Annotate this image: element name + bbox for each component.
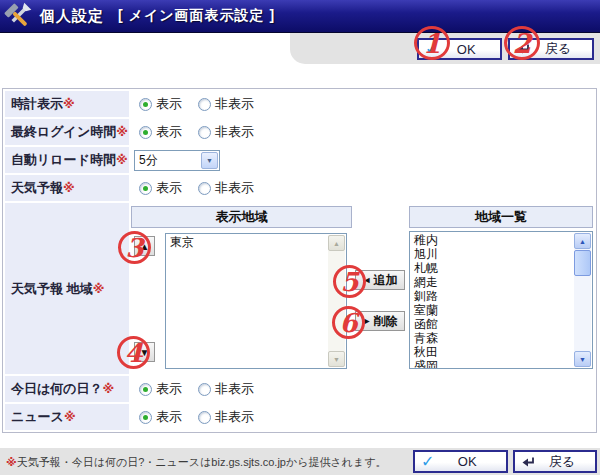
displayed-regions-header: 表示地域 [131, 206, 352, 228]
list-item[interactable]: 室蘭 [410, 303, 574, 317]
table-row-weather: 天気予報※ 表示 非表示 [5, 175, 594, 201]
news-hide-radio[interactable] [198, 411, 211, 424]
scroll-up-icon[interactable]: ▲ [574, 233, 591, 249]
annotation-circle-5: 5 [333, 265, 366, 298]
ok-button-bottom[interactable]: ✓ OK [413, 450, 508, 473]
radio-label-show: 表示 [156, 179, 182, 197]
weather-hide-radio[interactable] [198, 182, 211, 195]
list-item[interactable]: 旭川 [410, 247, 574, 261]
provider-note: ※天気予報・今日は何の日?・ニュースはbiz.gs.sjts.co.jpから提供… [6, 455, 387, 470]
settings-table: 時計表示※ 表示 非表示 最終ログイン時間※ 表示 非表示 自動リロード時間※ … [2, 88, 597, 433]
scrollbar-thumb[interactable] [574, 250, 591, 276]
required-mark: ※ [116, 153, 128, 167]
list-item[interactable]: 函館 [410, 317, 574, 331]
back-button-label: 戻る [535, 453, 589, 471]
annotation-circle-1: 1 [414, 26, 450, 60]
remove-button-label: 削除 [373, 313, 397, 330]
title-bar: 個人設定 [ メイン画面表示設定 ] [0, 0, 600, 33]
radio-label-hide: 非表示 [215, 179, 254, 197]
check-icon: ✓ [421, 454, 434, 470]
required-mark: ※ [116, 125, 128, 139]
radio-label-hide: 非表示 [215, 408, 254, 426]
list-item[interactable]: 東京 [166, 235, 328, 249]
row-label-today: 今日は何の日？※ [5, 376, 129, 402]
row-label-auto-reload: 自動リロード時間※ [5, 147, 129, 173]
table-row-news: ニュース※ 表示 非表示 [5, 404, 594, 430]
table-row-clock: 時計表示※ 表示 非表示 [5, 91, 594, 117]
list-item[interactable]: 稚内 [410, 233, 574, 247]
list-item[interactable]: 釧路 [410, 289, 574, 303]
last-login-hide-radio[interactable] [198, 126, 211, 139]
left-list-scrollbar[interactable]: ▲ ▼ [328, 235, 345, 367]
required-mark: ※ [63, 181, 75, 195]
annotation-circle-6: 6 [332, 306, 365, 339]
note-asterisk: ※ [6, 456, 17, 468]
today-hide-radio[interactable] [198, 383, 211, 396]
row-label-weather-region: 天気予報 地域※ [5, 203, 129, 374]
scroll-up-icon[interactable]: ▲ [328, 235, 345, 251]
clock-show-radio[interactable] [139, 98, 152, 111]
last-login-show-radio[interactable] [139, 126, 152, 139]
annotation-circle-3: 3 [118, 231, 151, 264]
radio-label-show: 表示 [156, 408, 182, 426]
required-mark: ※ [64, 410, 76, 424]
ok-button-label: OK [434, 454, 500, 469]
row-label-weather: 天気予報※ [5, 175, 129, 201]
table-row-last-login: 最終ログイン時間※ 表示 非表示 [5, 119, 594, 145]
required-mark: ※ [63, 97, 75, 111]
region-list-header: 地域一覧 [409, 206, 593, 228]
list-item[interactable]: 網走 [410, 275, 574, 289]
list-item[interactable]: 青森 [410, 331, 574, 345]
clock-hide-radio[interactable] [198, 98, 211, 111]
radio-label-hide: 非表示 [215, 95, 254, 113]
radio-label-show: 表示 [156, 380, 182, 398]
required-mark: ※ [93, 282, 105, 296]
all-regions-listbox[interactable]: 稚内 旭川 札幌 網走 釧路 室蘭 函館 青森 秋田 盛岡 ▲ ▼ [409, 231, 593, 369]
reload-interval-value: 5分 [135, 152, 201, 169]
scroll-down-icon[interactable]: ▼ [328, 351, 345, 367]
add-button-label: 追加 [373, 272, 397, 289]
return-arrow-icon [521, 456, 535, 468]
tools-icon [3, 2, 32, 31]
annotation-circle-4: 4 [117, 336, 150, 369]
weather-show-radio[interactable] [139, 182, 152, 195]
chevron-down-icon: ▼ [201, 152, 218, 169]
page-subtitle: [ メイン画面表示設定 ] [118, 7, 275, 25]
personal-settings-page: 個人設定 [ メイン画面表示設定 ] ✓ OK 戻る 時計表示※ 表示 非表示 … [0, 0, 600, 475]
news-show-radio[interactable] [139, 411, 152, 424]
list-item[interactable]: 盛岡 [410, 359, 574, 368]
annotation-circle-2: 2 [504, 26, 540, 60]
list-item[interactable]: 秋田 [410, 345, 574, 359]
radio-label-hide: 非表示 [215, 123, 254, 141]
page-title: 個人設定 [40, 7, 104, 26]
footer-bar: ※天気予報・今日は何の日?・ニュースはbiz.gs.sjts.co.jpから提供… [0, 448, 600, 475]
table-row-today: 今日は何の日？※ 表示 非表示 [5, 376, 594, 402]
radio-label-hide: 非表示 [215, 380, 254, 398]
radio-label-show: 表示 [156, 95, 182, 113]
table-row-weather-region: 天気予報 地域※ 表示地域 地域一覧 ▲ ▼ 東京 ▲ ▼ ◄ [5, 203, 594, 374]
right-list-scrollbar[interactable]: ▲ ▼ [574, 233, 591, 367]
radio-label-show: 表示 [156, 123, 182, 141]
back-button-bottom[interactable]: 戻る [513, 450, 597, 473]
today-show-radio[interactable] [139, 383, 152, 396]
reload-interval-select[interactable]: 5分 ▼ [134, 150, 220, 171]
required-mark: ※ [103, 382, 115, 396]
displayed-regions-listbox[interactable]: 東京 ▲ ▼ [165, 233, 347, 369]
table-row-auto-reload: 自動リロード時間※ 5分 ▼ [5, 147, 594, 173]
scroll-down-icon[interactable]: ▼ [574, 351, 591, 367]
row-label-news: ニュース※ [5, 404, 129, 430]
list-item[interactable]: 札幌 [410, 261, 574, 275]
row-label-clock: 時計表示※ [5, 91, 129, 117]
row-label-last-login: 最終ログイン時間※ [5, 119, 129, 145]
